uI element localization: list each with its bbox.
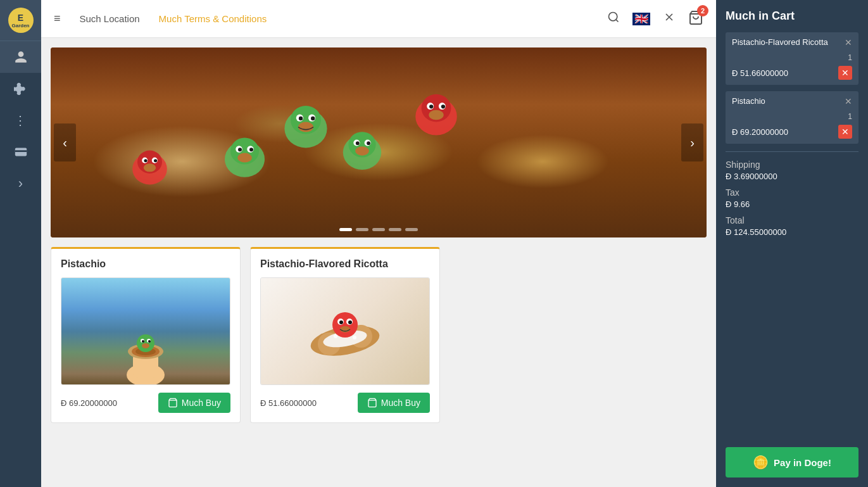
cart-divider-1 — [726, 151, 859, 152]
cart-item-ricotta-price: Ð 51.66000000 — [732, 68, 788, 78]
cart-panel: Much in Cart Pistachio-Flavored Ricotta … — [716, 0, 868, 487]
carousel-dot-3[interactable] — [372, 228, 385, 231]
svg-point-17 — [238, 153, 253, 163]
content-area: ‹ › Pistachio — [41, 38, 716, 487]
svg-point-61 — [339, 320, 343, 324]
sidebar: E Garden ⋮ › — [0, 0, 41, 487]
menu-icon[interactable]: ≡ — [54, 12, 61, 25]
pay-doge-button[interactable]: 🪙 Pay in Doge! — [726, 447, 859, 478]
svg-point-48 — [148, 340, 151, 343]
carousel-dot-2[interactable] — [356, 228, 368, 231]
carousel: ‹ › — [51, 47, 707, 237]
nav-link-location[interactable]: Such Location — [80, 13, 140, 24]
close-icon[interactable] — [663, 11, 676, 27]
svg-point-9 — [311, 117, 315, 120]
cart-item-pistachio-qty: 1 — [848, 112, 852, 121]
cart-tax-value: Ð 9.66 — [726, 199, 859, 209]
main-container: ≡ Such Location Much Terms & Conditions … — [41, 0, 716, 487]
sidebar-item-expand[interactable]: › — [0, 168, 41, 199]
svg-point-8 — [298, 117, 302, 120]
sidebar-item-more[interactable]: ⋮ — [0, 104, 41, 136]
carousel-next-button[interactable]: › — [681, 123, 703, 161]
svg-point-2 — [609, 13, 617, 21]
svg-point-31 — [429, 110, 443, 120]
cart-shipping: Shipping Ð 3.69000000 — [726, 160, 859, 181]
cart-shipping-value: Ð 3.69000000 — [726, 172, 859, 181]
cart-item-ricotta-delete[interactable]: ✕ — [838, 66, 852, 80]
svg-point-47 — [142, 340, 144, 343]
pay-button-label: Pay in Doge! — [774, 457, 831, 468]
sidebar-logo[interactable]: E Garden — [0, 0, 41, 41]
cart-total: Total Ð 124.55000000 — [726, 215, 859, 237]
cart-item-pistachio: Pistachio ✕ 1 Ð 69.20000000 ✕ — [726, 91, 859, 144]
doge-green-3 — [339, 127, 385, 175]
product-title-ricotta: Pistachio-Flavored Ricotta — [260, 258, 430, 270]
svg-point-16 — [249, 148, 253, 151]
svg-point-49 — [142, 343, 149, 348]
cart-item-pistachio-name: Pistachio — [732, 96, 841, 106]
language-flag-icon[interactable] — [632, 13, 650, 25]
carousel-dots — [339, 228, 418, 231]
doge-green-1 — [280, 101, 331, 154]
buy-button-ricotta[interactable]: Much Buy — [358, 393, 430, 413]
cart-item-ricotta-price-row: Ð 51.66000000 ✕ — [732, 66, 852, 80]
product-price-ricotta: Ð 51.66000000 — [260, 398, 317, 408]
svg-point-58 — [332, 312, 358, 338]
product-image-pistachio — [61, 277, 230, 385]
sidebar-item-bone[interactable] — [0, 73, 41, 104]
product-footer-pistachio: Ð 69.20000000 Much Buy — [61, 393, 230, 413]
cart-item-pistachio-delete[interactable]: ✕ — [838, 125, 852, 139]
cart-title: Much in Cart — [726, 9, 859, 23]
cart-item-ricotta-header: Pistachio-Flavored Ricotta ✕ — [732, 37, 852, 47]
buy-button-pistachio[interactable]: Much Buy — [158, 393, 230, 413]
svg-point-30 — [441, 104, 445, 108]
sidebar-item-user[interactable] — [0, 41, 41, 73]
product-image-ricotta — [260, 277, 430, 385]
svg-rect-1 — [15, 150, 26, 152]
cart-shipping-label: Shipping — [726, 160, 859, 170]
svg-point-10 — [298, 122, 313, 132]
carousel-dot-5[interactable] — [405, 228, 418, 231]
svg-point-36 — [144, 159, 148, 162]
topnav-right: 2 — [607, 10, 703, 28]
carousel-inner — [51, 47, 707, 237]
product-title-pistachio: Pistachio — [61, 258, 230, 270]
product-footer-ricotta: Ð 51.66000000 Much Buy — [260, 393, 430, 413]
svg-point-15 — [238, 148, 242, 151]
cart-item-pistachio-header: Pistachio ✕ — [732, 96, 852, 106]
product-price-pistachio: Ð 69.20000000 — [61, 398, 117, 408]
svg-point-23 — [367, 141, 370, 145]
carousel-dot-4[interactable] — [389, 228, 401, 231]
cart-tax-label: Tax — [726, 187, 859, 198]
cart-item-ricotta-qty: 1 — [848, 53, 852, 62]
svg-point-24 — [355, 146, 369, 155]
svg-point-29 — [429, 104, 433, 108]
cart-item-pistachio-price-row: Ð 69.20000000 ✕ — [732, 125, 852, 139]
svg-point-55 — [334, 334, 337, 338]
cart-button[interactable]: 2 — [688, 10, 703, 28]
logo-circle: E Garden — [8, 8, 34, 33]
topnav: ≡ Such Location Much Terms & Conditions … — [41, 0, 716, 38]
doge-red-1 — [412, 89, 461, 141]
carousel-prev-button[interactable]: ‹ — [54, 123, 76, 161]
product-card-pistachio: Pistachio — [51, 247, 241, 423]
svg-point-22 — [356, 141, 360, 145]
cart-item-ricotta: Pistachio-Flavored Ricotta ✕ 1 Ð 51.6600… — [726, 32, 859, 85]
carousel-dot-1[interactable] — [339, 228, 352, 231]
nav-link-terms[interactable]: Much Terms & Conditions — [159, 13, 267, 24]
cart-badge-count: 2 — [697, 5, 708, 16]
doge-coin-icon: 🪙 — [753, 455, 769, 470]
product-card-ricotta: Pistachio-Flavored Ricotta — [250, 247, 440, 423]
search-icon[interactable] — [607, 11, 620, 27]
svg-point-57 — [353, 336, 356, 339]
svg-point-62 — [348, 320, 352, 324]
cart-tax: Tax Ð 9.66 — [726, 187, 859, 209]
cart-item-ricotta-remove[interactable]: ✕ — [845, 37, 852, 47]
doge-red-2 — [129, 146, 170, 190]
sidebar-item-card[interactable] — [0, 136, 41, 168]
doge-green-2 — [221, 133, 268, 183]
cart-item-pistachio-remove[interactable]: ✕ — [845, 96, 852, 106]
cart-total-label: Total — [726, 215, 859, 225]
cart-item-pistachio-price: Ð 69.20000000 — [732, 127, 788, 137]
products-row: Pistachio — [51, 247, 707, 423]
